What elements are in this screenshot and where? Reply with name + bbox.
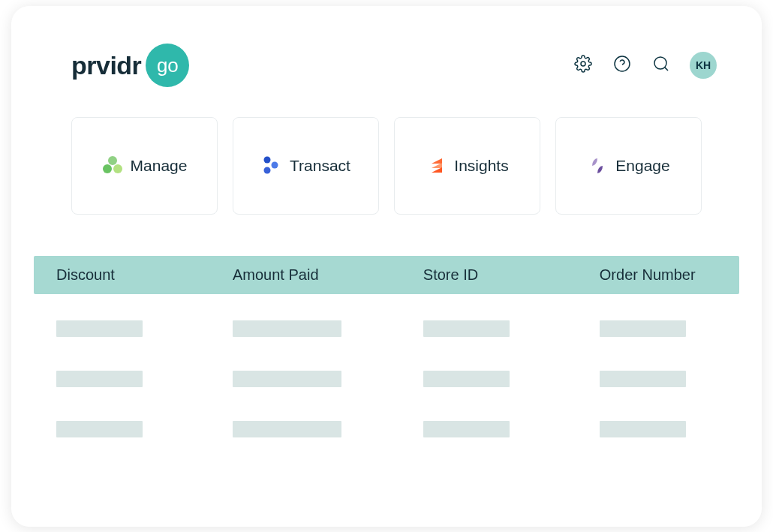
insights-icon [426,155,447,176]
table-cell [210,320,401,337]
svg-point-6 [113,164,122,173]
placeholder-bar [423,371,510,387]
column-header-store-id[interactable]: Store ID [401,266,577,284]
svg-point-7 [103,164,112,173]
table-cell [401,421,577,437]
placeholder-bar [233,371,341,387]
avatar[interactable]: KH [690,52,717,79]
help-button[interactable] [612,55,633,76]
svg-point-1 [615,56,630,71]
table-cell [34,320,210,337]
nav-cards: Manage Transact Insights [11,117,762,215]
placeholder-bar [233,320,341,337]
nav-card-label: Manage [131,157,188,175]
nav-card-label: Insights [454,157,508,175]
manage-icon [102,155,123,176]
svg-point-5 [108,156,117,165]
settings-button[interactable] [573,55,594,76]
table-row [34,320,739,337]
placeholder-bar [423,421,510,437]
table-cell [34,371,210,387]
column-header-discount[interactable]: Discount [34,266,210,284]
app-frame: prvidr go KH [11,6,762,527]
svg-point-9 [272,162,278,169]
placeholder-bar [423,320,510,337]
engage-icon [587,155,608,176]
svg-point-3 [654,57,666,69]
svg-point-0 [581,62,585,66]
search-button[interactable] [651,55,672,76]
placeholder-bar [600,320,686,337]
placeholder-bar [600,371,686,387]
table-cell [34,421,210,437]
help-icon [613,55,631,76]
svg-line-4 [665,68,668,71]
table-row [34,371,739,387]
placeholder-bar [56,320,143,337]
table-section: Discount Amount Paid Store ID Order Numb… [11,256,762,437]
transact-icon [261,155,282,176]
logo[interactable]: prvidr go [71,44,189,87]
table-header: Discount Amount Paid Store ID Order Numb… [34,256,739,294]
nav-card-insights[interactable]: Insights [394,117,540,215]
nav-card-label: Transact [290,157,350,175]
logo-badge: go [146,44,189,87]
gear-icon [574,55,592,76]
table-cell [401,320,577,337]
placeholder-bar [56,371,143,387]
table-cell [577,320,739,337]
svg-point-8 [264,157,271,164]
placeholder-bar [600,421,686,437]
nav-card-manage[interactable]: Manage [71,117,218,215]
header: prvidr go KH [11,44,762,87]
nav-card-label: Engage [615,157,669,175]
logo-text: prvidr [71,51,141,80]
column-header-order-number[interactable]: Order Number [577,266,739,284]
table-cell [401,371,577,387]
table-body [34,294,739,437]
table-cell [577,371,739,387]
header-actions: KH [573,52,717,79]
table-cell [210,371,401,387]
table-cell [210,421,401,437]
table-row [34,421,739,437]
column-header-amount-paid[interactable]: Amount Paid [210,266,401,284]
nav-card-engage[interactable]: Engage [555,117,702,215]
nav-card-transact[interactable]: Transact [233,117,379,215]
search-icon [652,55,670,76]
placeholder-bar [233,421,341,437]
svg-point-10 [264,167,271,174]
placeholder-bar [56,421,143,437]
table-cell [577,421,739,437]
